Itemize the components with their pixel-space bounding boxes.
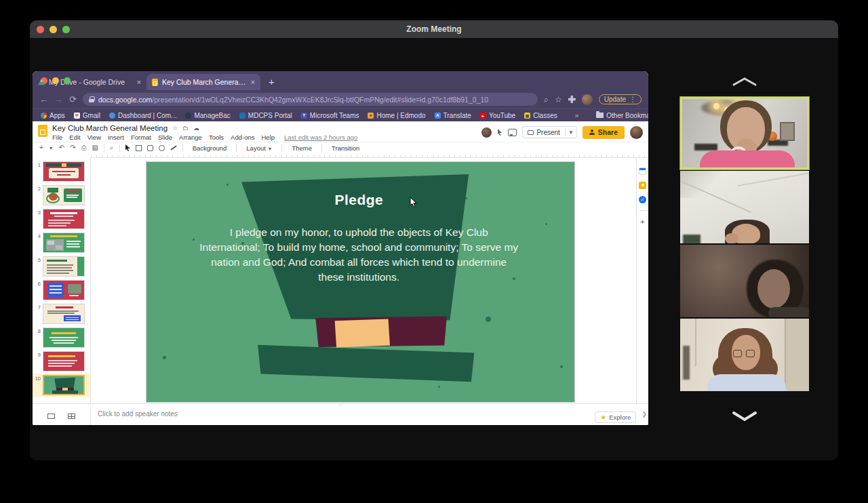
new-tab-button[interactable]: + (269, 76, 275, 87)
slide-thumbnail-1[interactable]: 1 (33, 160, 90, 184)
other-bookmarks[interactable]: Other Bookmarks (596, 112, 648, 119)
grid-view-icon[interactable] (68, 414, 75, 419)
menu-help[interactable]: Help (261, 134, 275, 141)
bookmark-translate[interactable]: ATranslate (435, 112, 471, 119)
menu-file[interactable]: File (52, 134, 62, 141)
present-dropdown-caret[interactable]: ▼ (566, 129, 576, 136)
paint-format-icon[interactable]: ▧ (92, 144, 98, 151)
slide-thumbnail-7[interactable]: 7 (33, 302, 90, 326)
share-button[interactable]: Share (583, 126, 625, 139)
collapse-panel-chevron[interactable]: ❯ (642, 407, 648, 425)
current-slide[interactable]: Pledge I pledge on my honor, to uphold t… (146, 162, 574, 402)
bookmark-apps[interactable]: Apps (41, 112, 65, 119)
slide-title[interactable]: Pledge (334, 192, 383, 208)
zoom-content: My Drive - Google Drive × Key Club March… (30, 38, 838, 460)
participant-video-4[interactable] (680, 319, 809, 391)
slide-canvas[interactable]: Pledge I pledge on my honor, to uphold t… (91, 158, 636, 403)
present-button[interactable]: Present ▼ (522, 126, 576, 138)
chrome-profile-avatar[interactable] (582, 94, 593, 105)
bookmark-managebac[interactable]: ManageBac (185, 112, 230, 119)
menu-format[interactable]: Format (131, 134, 151, 141)
menu-edit[interactable]: Edit (69, 134, 80, 141)
new-slide-icon[interactable]: + (39, 144, 43, 151)
reload-icon[interactable]: ⟳ (69, 95, 77, 104)
bookmarks-overflow-icon[interactable]: » (575, 112, 579, 119)
shape-icon[interactable] (159, 145, 165, 151)
speaker-notes-placeholder[interactable]: Click to add speaker notes (98, 410, 178, 418)
line-icon[interactable] (170, 146, 176, 150)
chrome-update-button[interactable]: Update ⋮ (599, 94, 642, 104)
extensions-puzzle-icon[interactable] (568, 96, 576, 103)
bookmark-youtube[interactable]: ▸YouTube (480, 112, 515, 119)
thumb-art (47, 188, 58, 193)
star-document-icon[interactable]: ☆ (172, 125, 178, 132)
slide-thumbnail-5[interactable]: 5 (33, 255, 90, 279)
slide-thumbnail-4[interactable]: 4 (33, 231, 90, 255)
calendar-icon[interactable] (639, 167, 646, 175)
menu-addons[interactable]: Add-ons (231, 134, 254, 141)
slide-thumbnail-10-selected[interactable]: 10 (33, 374, 90, 397)
participant-video-1-active-speaker[interactable] (680, 97, 809, 169)
move-folder-icon[interactable]: 🗀 (182, 125, 189, 132)
new-slide-caret[interactable]: ▼ (49, 146, 54, 150)
background-button[interactable]: Background (189, 144, 231, 153)
zoom-tool-icon[interactable]: ⌕ (110, 144, 114, 151)
menu-slide[interactable]: Slide (158, 134, 172, 141)
address-bar[interactable]: docs.google.com/presentation/d/1wOLq2Vhe… (83, 93, 538, 106)
participant-video-2[interactable] (680, 171, 809, 243)
menu-arrange[interactable]: Arrange (179, 134, 202, 141)
bookmark-gmail[interactable]: MGmail (74, 112, 100, 119)
minimize-button[interactable] (50, 26, 57, 33)
explore-button[interactable]: ★ Explore (595, 411, 636, 423)
slide-thumbnail-8[interactable]: 8 (33, 326, 90, 350)
bookmark-edmodo[interactable]: eHome | Edmodo (368, 112, 425, 119)
tab-close-icon[interactable]: × (251, 78, 255, 86)
undo-icon[interactable]: ↶ (59, 144, 64, 151)
participant-video-3[interactable] (680, 245, 809, 317)
redo-icon[interactable]: ↷ (70, 144, 75, 151)
apps-grid-icon (41, 113, 47, 119)
slide-thumbnail-2[interactable]: 2 (33, 184, 90, 207)
print-icon[interactable]: ⎙ (81, 144, 87, 151)
forward-icon[interactable]: → (54, 95, 63, 104)
menu-insert[interactable]: Insert (108, 134, 124, 141)
tab-close-icon[interactable]: × (137, 78, 141, 86)
last-edit-link[interactable]: Last edit was 2 hours ago (284, 134, 357, 141)
bookmark-teams[interactable]: TMicrosoft Teams (301, 112, 359, 119)
textbox-icon[interactable] (136, 145, 142, 151)
fullscreen-button[interactable] (62, 26, 70, 33)
theme-button[interactable]: Theme (288, 144, 316, 153)
scroll-up-chevron[interactable] (731, 76, 758, 87)
document-title[interactable]: Key Club March General Meeting (52, 124, 167, 132)
kebab-menu-icon[interactable]: ⋮ (629, 96, 636, 103)
select-cursor-icon[interactable] (125, 144, 130, 151)
menu-tools[interactable]: Tools (209, 134, 224, 141)
search-icon[interactable]: ⌕ (544, 95, 549, 104)
browser-minimize-button[interactable] (52, 77, 59, 84)
image-icon[interactable] (147, 145, 153, 151)
close-button[interactable] (37, 26, 44, 33)
slide-thumbnail-6[interactable]: 6 (33, 279, 90, 302)
slide-number: 6 (34, 280, 41, 287)
account-avatar[interactable] (630, 126, 643, 139)
keep-icon[interactable] (639, 182, 646, 189)
bookmark-classes[interactable]: ▣Classes (524, 112, 557, 119)
folder-icon (596, 113, 604, 118)
slide-body-text[interactable]: I pledge on my honor, to uphold the obje… (199, 225, 519, 285)
layout-button[interactable]: Layout ▼ (242, 144, 276, 153)
browser-fullscreen-button[interactable] (64, 77, 71, 84)
bookmark-mdcps[interactable]: MDCPS Portal (239, 112, 292, 119)
comment-history-icon[interactable] (508, 129, 517, 136)
menu-view[interactable]: View (87, 134, 101, 141)
tab-key-club-presentation[interactable]: Key Club March General Meeti × (146, 74, 260, 90)
slide-thumbnail-3[interactable]: 3 (33, 207, 90, 231)
bookmark-star-icon[interactable]: ☆ (555, 95, 562, 104)
filmstrip-view-icon[interactable] (47, 414, 55, 419)
add-addon-icon[interactable]: + (640, 218, 644, 226)
slide-thumbnail-9[interactable]: 9 (33, 350, 90, 374)
scroll-down-chevron[interactable] (731, 410, 758, 421)
transition-button[interactable]: Transition (328, 144, 363, 153)
bookmark-dashboard[interactable]: Dashboard | Com... (109, 112, 177, 119)
tasks-icon[interactable]: ✓ (639, 196, 646, 203)
back-icon[interactable]: ← (39, 95, 48, 104)
